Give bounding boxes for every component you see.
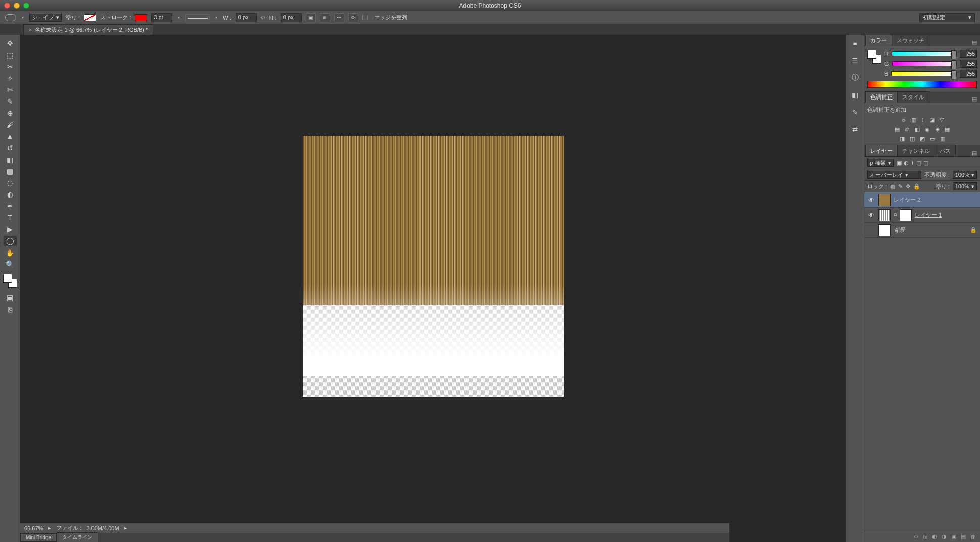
fg-swatch[interactable] <box>867 50 876 59</box>
lasso-tool[interactable]: ✂ <box>4 62 17 72</box>
filter-type-icon[interactable]: T <box>911 160 914 166</box>
layer-filter-kind[interactable]: ρ種類▾ <box>867 159 894 167</box>
path-align-button[interactable]: ≡ <box>320 13 330 22</box>
workspace-select[interactable]: 初期設定▾ <box>919 13 975 22</box>
close-window-icon[interactable] <box>4 3 10 9</box>
crop-tool[interactable]: ✄ <box>4 85 17 95</box>
brush-tool[interactable]: 🖌 <box>4 120 17 130</box>
shape-mode-select[interactable]: シェイプ▾ <box>29 14 62 22</box>
r-slider[interactable] <box>892 51 957 56</box>
brush-presets-icon[interactable]: ⇄ <box>849 124 862 134</box>
magic-wand-tool[interactable]: ✧ <box>4 73 17 83</box>
ellipse-tool-icon[interactable] <box>5 14 16 21</box>
ellipse-shape-tool[interactable]: ◯ <box>4 236 17 246</box>
lock-pixels-icon[interactable]: ✎ <box>898 183 903 190</box>
posterize-icon[interactable]: ◫ <box>910 136 915 142</box>
threshold-icon[interactable]: ◩ <box>920 136 925 142</box>
mini-bridge-tab[interactable]: Mini Bridge <box>20 533 57 542</box>
close-tab-icon[interactable]: × <box>29 27 32 33</box>
new-fill-icon[interactable]: ◑ <box>942 533 947 540</box>
gradient-map-icon[interactable]: ▭ <box>930 136 935 142</box>
exposure-icon[interactable]: ◪ <box>929 117 935 123</box>
link-wh-icon[interactable]: ⇔ <box>261 14 265 21</box>
stroke-style-select[interactable] <box>185 14 210 21</box>
panel-menu-icon[interactable]: ▤ <box>969 39 980 46</box>
timeline-tab[interactable]: タイムライン <box>57 532 98 542</box>
lock-all-icon[interactable]: 🔒 <box>913 183 920 190</box>
actions-panel-icon[interactable]: ☰ <box>849 56 862 66</box>
paths-tab[interactable]: パス <box>935 145 956 156</box>
path-ops-button[interactable]: ▣ <box>306 13 316 22</box>
selective-color-icon[interactable]: ▥ <box>940 136 945 142</box>
color-lookup-icon[interactable]: ▦ <box>945 126 950 133</box>
opacity-input[interactable]: 100%▾ <box>953 171 977 179</box>
layers-tab[interactable]: レイヤー <box>865 145 898 156</box>
mask-icon[interactable]: ◐ <box>932 533 937 540</box>
layer-thumb[interactable] <box>878 209 891 221</box>
clone-stamp-tool[interactable]: ▲ <box>4 131 17 141</box>
zoom-value[interactable]: 66.67% <box>24 525 43 531</box>
lock-transparency-icon[interactable]: ▨ <box>890 183 895 190</box>
layer-name[interactable]: レイヤー 1 <box>915 211 942 219</box>
fill-swatch[interactable] <box>84 14 96 21</box>
curves-icon[interactable]: ⫿ <box>921 117 924 123</box>
levels-icon[interactable]: ▥ <box>911 117 916 123</box>
type-tool[interactable]: T <box>4 213 17 223</box>
gradient-tool[interactable]: ▤ <box>4 166 17 176</box>
adjustments-panel-icon[interactable]: ◧ <box>849 90 862 100</box>
layer-row[interactable]: 背景 🔒 <box>864 223 980 238</box>
brush-panel-icon[interactable]: ✎ <box>849 107 862 117</box>
hsl-icon[interactable]: ▤ <box>895 126 900 133</box>
invert-icon[interactable]: ◨ <box>900 136 905 142</box>
g-value[interactable]: 255 <box>960 60 977 68</box>
b-value[interactable]: 255 <box>960 70 977 78</box>
color-tab[interactable]: カラー <box>865 35 892 46</box>
blend-mode-select[interactable]: オーバーレイ▾ <box>867 171 921 179</box>
move-tool[interactable]: ✥ <box>4 38 17 48</box>
hand-tool[interactable]: ✋ <box>4 248 17 258</box>
healing-brush-tool[interactable]: ⊕ <box>4 108 17 118</box>
color-picker[interactable] <box>3 274 17 288</box>
layer-row[interactable]: 👁 ⧉ レイヤー 1 <box>864 208 980 223</box>
swatches-tab[interactable]: スウォッチ <box>892 35 929 46</box>
panel-menu-icon[interactable]: ▤ <box>969 150 980 156</box>
mask-link-icon[interactable]: ⧉ <box>894 212 897 218</box>
zoom-tool[interactable]: 🔍 <box>4 259 17 269</box>
channels-tab[interactable]: チャンネル <box>897 145 935 156</box>
path-select-tool[interactable]: ▶ <box>4 224 17 234</box>
channel-mixer-icon[interactable]: ⊕ <box>935 126 940 133</box>
dodge-tool[interactable]: ◐ <box>4 189 17 200</box>
filter-shape-icon[interactable]: ▢ <box>916 160 921 166</box>
width-input[interactable]: 0 px <box>236 13 257 22</box>
g-slider[interactable] <box>892 61 957 66</box>
foreground-color-swatch[interactable] <box>3 274 12 283</box>
adjustments-tab[interactable]: 色調補正 <box>865 91 898 103</box>
stroke-width-input[interactable]: 3 pt <box>151 13 172 22</box>
fx-icon[interactable]: fx <box>923 534 927 540</box>
styles-tab[interactable]: スタイル <box>897 91 929 103</box>
document-canvas[interactable] <box>303 136 564 397</box>
height-input[interactable]: 0 px <box>281 13 302 22</box>
bw-icon[interactable]: ◧ <box>915 126 920 133</box>
blur-tool[interactable]: ◌ <box>4 178 17 188</box>
photo-filter-icon[interactable]: ◉ <box>925 126 930 133</box>
minimize-window-icon[interactable] <box>14 3 20 9</box>
stroke-style-dropdown-icon[interactable]: ▾ <box>214 15 219 20</box>
r-value[interactable]: 255 <box>960 50 977 58</box>
vibrance-icon[interactable]: ▽ <box>940 117 944 123</box>
layer-thumb[interactable] <box>878 194 891 206</box>
filter-adjust-icon[interactable]: ◐ <box>904 160 909 166</box>
quick-mask-icon[interactable]: ▣ <box>4 292 17 303</box>
link-layers-icon[interactable]: ⇔ <box>914 533 918 540</box>
stroke-width-dropdown-icon[interactable]: ▾ <box>176 15 181 20</box>
brightness-icon[interactable]: ☼ <box>901 117 906 123</box>
visibility-icon[interactable]: 👁 <box>867 196 875 204</box>
b-slider[interactable] <box>891 71 957 76</box>
layer-name[interactable]: レイヤー 2 <box>894 196 920 204</box>
layer-row[interactable]: 👁 レイヤー 2 <box>864 192 980 208</box>
properties-panel-icon[interactable]: ⓘ <box>849 73 862 83</box>
mask-thumb[interactable] <box>900 209 912 221</box>
pen-tool[interactable]: ✒ <box>4 201 17 211</box>
visibility-icon[interactable]: 👁 <box>867 211 875 219</box>
zoom-window-icon[interactable] <box>23 3 29 9</box>
